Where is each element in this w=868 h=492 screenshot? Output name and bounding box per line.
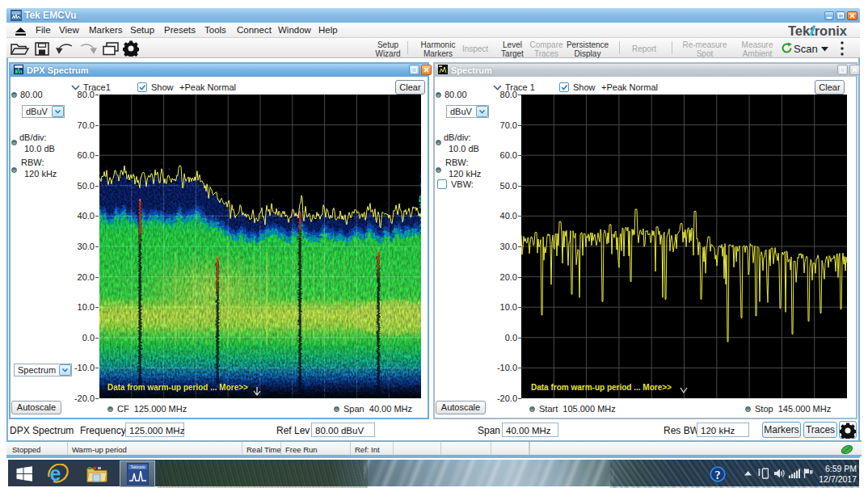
- svg-text:Tektronix: Tektronix: [130, 465, 145, 469]
- svg-text:e: e: [50, 464, 61, 484]
- svg-text:Data from warm-up period ... M: Data from warm-up period ... More>>: [531, 383, 672, 392]
- svg-text:?: ?: [715, 469, 721, 481]
- svg-text:Data from warm-up period ... M: Data from warm-up period ... More>>: [107, 383, 248, 392]
